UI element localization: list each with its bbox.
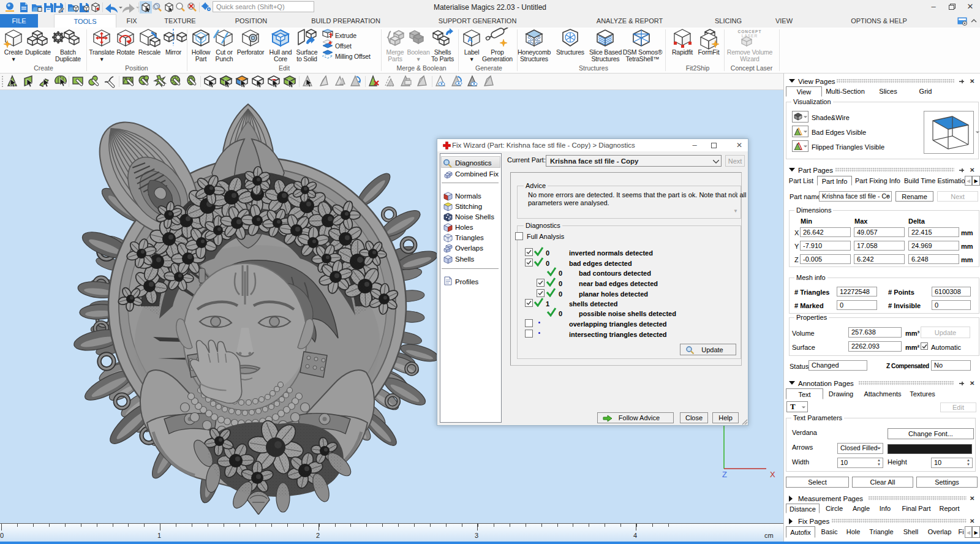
svg-text:A: A [467,36,473,44]
svg-text:Z: Z [722,470,727,479]
svg-text:X: X [770,470,775,479]
svg-text:CONCEPT: CONCEPT [738,29,762,34]
svg-text:LASER: LASER [742,34,758,38]
